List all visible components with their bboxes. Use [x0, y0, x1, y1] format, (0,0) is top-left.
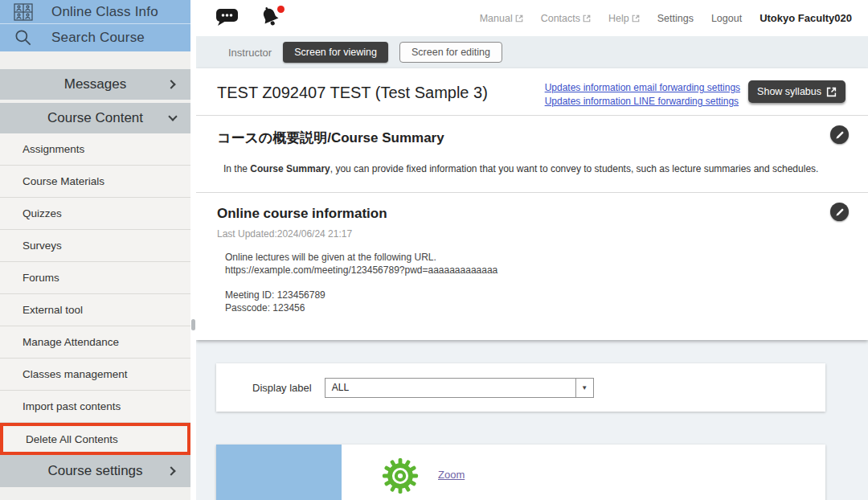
course-panel: TEST Z092407 TEST (Test Sample 3) Update…	[196, 68, 868, 340]
display-label-text: Display label	[252, 382, 312, 394]
pencil-icon	[835, 207, 845, 217]
line-forwarding-settings-link[interactable]: Updates information LINE forwarding sett…	[545, 96, 740, 107]
course-summary-heading: コースの概要説明/Course Summary	[217, 129, 845, 147]
course-title: TEST Z092407 TEST (Test Sample 3)	[217, 84, 488, 102]
sidebar-item-delete-all-contents[interactable]: Delete All Contents	[0, 423, 190, 455]
online-course-info-section: Online course information Last Updated:2…	[196, 192, 868, 340]
sidebar-item-label: Course settings	[47, 463, 142, 479]
display-label-select[interactable]: ALL ▼	[325, 378, 594, 398]
online-info-line: Online lectures will be given at the fol…	[225, 251, 845, 264]
online-course-info-heading: Online course information	[217, 206, 845, 222]
top-navigation: Manual Contacts Help Settings Logout Uto…	[480, 12, 852, 24]
nav-manual[interactable]: Manual	[480, 13, 523, 24]
sidebar-item-course-materials[interactable]: Course Materials	[0, 166, 190, 198]
scrollbar-thumb[interactable]	[191, 319, 195, 330]
nav-contacts[interactable]: Contacts	[541, 13, 591, 24]
screen-for-viewing-button[interactable]: Screen for viewing	[283, 42, 388, 63]
chevron-down-icon	[168, 112, 177, 121]
sidebar-item-course-content[interactable]: Course Content	[0, 103, 190, 133]
sidebar-item-messages[interactable]: Messages	[0, 69, 190, 100]
sidebar-item-online-class-info[interactable]: Online Class Info	[0, 0, 190, 24]
meeting-id: Meeting ID: 123456789	[225, 289, 845, 301]
sidebar-scrollbar[interactable]	[190, 0, 196, 500]
search-icon	[13, 27, 34, 48]
screen-toolbar: Instructor Screen for viewing Screen for…	[196, 36, 868, 68]
edit-online-info-button[interactable]	[830, 203, 849, 221]
external-link-icon	[515, 14, 523, 23]
chevron-right-icon	[166, 466, 175, 475]
messages-bubble-icon[interactable]	[215, 6, 240, 31]
sidebar-item-label: Online Class Info	[51, 4, 158, 20]
user-name: Utokyo Faculty020	[760, 12, 852, 24]
nav-settings[interactable]: Settings	[657, 13, 694, 24]
last-updated-text: Last Updated:2024/06/24 21:17	[217, 228, 845, 240]
sidebar-item-assignments[interactable]: Assignments	[0, 133, 190, 166]
content-item-thumbnail	[216, 445, 342, 500]
chevron-right-icon	[166, 80, 175, 88]
zoom-tool-link[interactable]: Zoom	[438, 469, 465, 481]
online-info-body: Online lectures will be given at the fol…	[225, 251, 845, 324]
sidebar-item-import-past-contents[interactable]: Import past contents	[0, 391, 190, 423]
meeting-url: https://example.com/meeting/123456789?pw…	[225, 264, 845, 277]
sidebar-item-label: Search Course	[51, 30, 145, 46]
sidebar-item-search-course[interactable]: Search Course	[0, 24, 190, 51]
external-link-icon	[826, 87, 837, 97]
passcode: Passcode: 123456	[225, 301, 845, 314]
sidebar-spacer	[0, 51, 190, 69]
topbar: Manual Contacts Help Settings Logout Uto…	[196, 0, 868, 36]
notification-badge	[277, 6, 285, 13]
sidebar-item-quizzes[interactable]: Quizzes	[0, 198, 190, 230]
zoom-gear-icon	[382, 457, 419, 498]
role-label: Instructor	[228, 47, 272, 59]
display-label-card: Display label ALL ▼	[216, 363, 825, 412]
pencil-icon	[835, 130, 845, 140]
nav-logout[interactable]: Logout	[711, 13, 742, 24]
sidebar-item-label: Course Content	[47, 110, 143, 126]
email-forwarding-settings-link[interactable]: Updates information email forwarding set…	[545, 82, 740, 93]
notifications-bell-icon[interactable]	[259, 6, 285, 31]
external-link-icon	[632, 14, 640, 23]
content-item-row: Zoom	[216, 445, 825, 500]
course-header: TEST Z092407 TEST (Test Sample 3) Update…	[196, 68, 868, 115]
content-list-area: Display label ALL ▼	[196, 340, 868, 500]
sidebar-item-classes-management[interactable]: Classes management	[0, 359, 190, 391]
external-link-icon	[583, 14, 591, 23]
edit-summary-button[interactable]	[830, 125, 849, 144]
sidebar: Online Class Info Search Course Messages…	[0, 0, 190, 500]
sidebar-item-manage-attendance[interactable]: Manage Attendance	[0, 326, 190, 359]
class-grid-icon	[13, 3, 34, 21]
screen-for-editing-button[interactable]: Screen for editing	[399, 42, 502, 63]
nav-help[interactable]: Help	[608, 13, 640, 24]
sidebar-item-course-settings[interactable]: Course settings	[0, 455, 190, 487]
course-summary-description: In the Course Summary, you can provide f…	[223, 163, 845, 174]
course-summary-section: コースの概要説明/Course Summary In the Course Su…	[196, 115, 868, 192]
show-syllabus-button[interactable]: Show syllabus	[748, 80, 845, 103]
selected-value: ALL	[326, 379, 575, 397]
main-area: Manual Contacts Help Settings Logout Uto…	[196, 0, 868, 500]
sidebar-item-label: Messages	[64, 76, 126, 92]
app-root: Online Class Info Search Course Messages…	[0, 0, 868, 500]
show-syllabus-label: Show syllabus	[757, 86, 821, 97]
sidebar-item-forums[interactable]: Forums	[0, 262, 190, 294]
sidebar-item-external-tool[interactable]: External tool	[0, 294, 190, 326]
sidebar-item-surveys[interactable]: Surveys	[0, 230, 190, 262]
dropdown-arrow-icon[interactable]: ▼	[575, 379, 593, 397]
